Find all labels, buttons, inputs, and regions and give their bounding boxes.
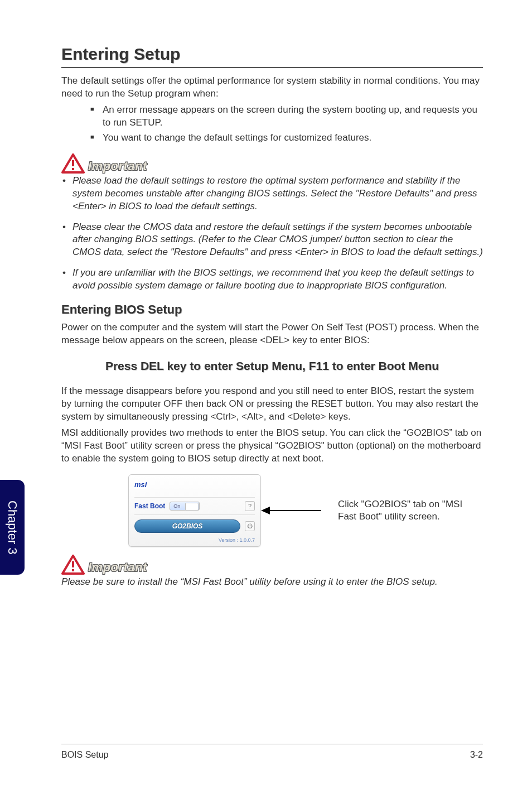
- after-press-paragraph-2: MSI additionally provides two methods to…: [61, 427, 483, 465]
- figure-caption: Click "GO2BIOS" tab on "MSI Fast Boot" u…: [338, 498, 483, 523]
- intro-bullets: An error message appears on the screen d…: [61, 104, 483, 145]
- warning-icon: [61, 555, 85, 575]
- important-list: Please load the default settings to rest…: [61, 175, 483, 293]
- heading-divider: [61, 67, 483, 68]
- page: Chapter 3 Entering Setup The default set…: [0, 0, 532, 799]
- post-paragraph: Power on the computer and the system wil…: [61, 321, 483, 347]
- press-line: Press DEL key to enter Setup Menu, F11 t…: [61, 359, 483, 373]
- footer-page-number: 3-2: [470, 750, 483, 760]
- important-heading: Important: [61, 153, 483, 174]
- important-label: Important: [88, 159, 147, 174]
- svg-rect-2: [72, 168, 74, 170]
- important-block: Important Please load the default settin…: [61, 153, 483, 293]
- fastboot-version: Version : 1.0.0.7: [219, 537, 255, 543]
- important-item: Please clear the CMOS data and restore t…: [61, 221, 483, 259]
- fastboot-toggle-row: Fast Boot On ?: [134, 497, 255, 515]
- fastboot-utility-window: msi Fast Boot On ? GO2BIOS ⏻ Version : 1…: [128, 474, 261, 547]
- footer-section-name: BOIS Setup: [61, 750, 109, 760]
- side-tab-chapter: Chapter 3: [0, 480, 25, 575]
- svg-marker-4: [261, 507, 270, 514]
- intro-bullet-item: An error message appears on the screen d…: [90, 104, 483, 129]
- intro-paragraph: The default settings offer the optimal p…: [61, 75, 483, 100]
- important-note-2: Please be sure to install the “MSI Fast …: [61, 576, 483, 589]
- power-button[interactable]: ⏻: [245, 521, 255, 531]
- important-heading-2: Important: [61, 555, 483, 575]
- subheading: Entering BIOS Setup: [61, 302, 483, 317]
- page-title: Entering Setup: [61, 45, 483, 64]
- intro-bullet-item: You want to change the default settings …: [90, 132, 483, 145]
- important-item: Please load the default settings to rest…: [61, 175, 483, 213]
- msi-logo: msi: [134, 480, 147, 489]
- after-press-paragraph-1: If the message disappears before you res…: [61, 385, 483, 423]
- figure-row: msi Fast Boot On ? GO2BIOS ⏻ Version : 1…: [128, 474, 483, 547]
- fastboot-label: Fast Boot: [134, 502, 165, 510]
- important-label-2: Important: [88, 560, 147, 575]
- important-block-2: Important Please be sure to install the …: [61, 555, 483, 589]
- svg-rect-1: [72, 160, 74, 166]
- help-button[interactable]: ?: [245, 501, 255, 511]
- svg-rect-7: [72, 569, 74, 571]
- svg-rect-6: [72, 561, 74, 567]
- page-footer: BOIS Setup 3-2: [61, 744, 483, 760]
- fastboot-toggle[interactable]: On: [170, 502, 200, 511]
- important-item: If you are unfamiliar with the BIOS sett…: [61, 267, 483, 292]
- callout-arrow-icon: [261, 502, 322, 519]
- warning-icon: [61, 153, 85, 174]
- go2bios-button[interactable]: GO2BIOS: [134, 519, 240, 533]
- go2bios-row: GO2BIOS ⏻: [134, 519, 255, 533]
